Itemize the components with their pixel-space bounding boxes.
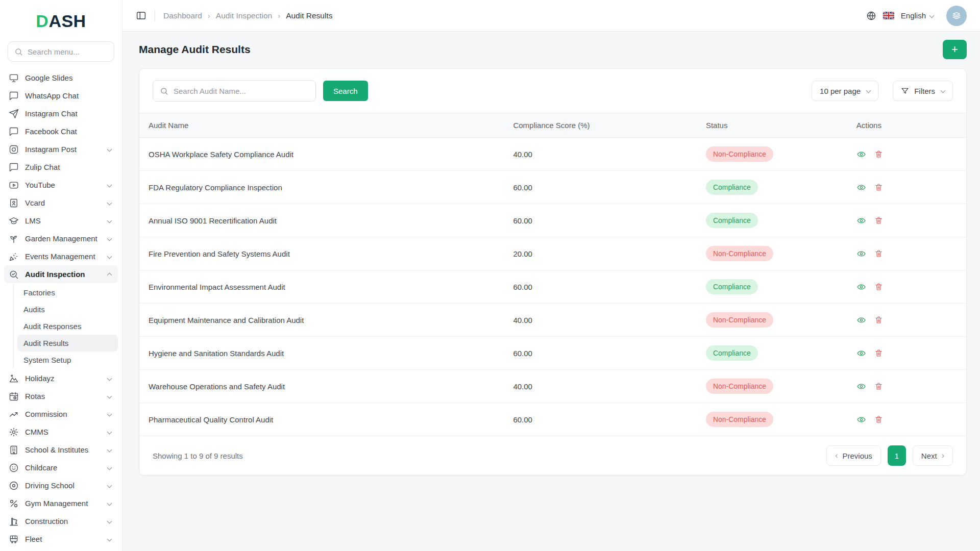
id-card-icon [9, 198, 19, 208]
calendar-clock-icon [9, 391, 19, 402]
delete-button[interactable] [874, 315, 883, 324]
sidebar-item-vcard[interactable]: Vcard [4, 194, 118, 212]
chevron-down-icon [929, 13, 935, 18]
sidebar-item-google-slides[interactable]: Google Slides [4, 69, 118, 87]
next-page-button[interactable]: Next › [913, 445, 953, 466]
paper-plane-icon [9, 109, 19, 119]
page-number-button[interactable]: 1 [888, 445, 906, 466]
sidebar-item-fleet[interactable]: Fleet [4, 530, 118, 548]
chat-bubble-icon [9, 162, 19, 172]
cell-status: Non-Compliance [697, 403, 847, 436]
sidebar-item-zulip-chat[interactable]: Zulip Chat [4, 158, 118, 176]
view-button[interactable] [856, 382, 866, 391]
cell-compliance-score: 60.00 [504, 403, 696, 436]
cell-audit-name: OSHA Workplace Safety Compliance Audit [139, 138, 504, 171]
delete-button[interactable] [874, 348, 883, 358]
language-selector[interactable]: English [901, 11, 936, 20]
delete-button[interactable] [874, 249, 883, 258]
search-button[interactable]: Search [323, 81, 368, 101]
delete-button[interactable] [874, 183, 883, 192]
sidebar-item-whatsapp-chat[interactable]: WhatsApp Chat [4, 87, 118, 105]
delete-button[interactable] [874, 282, 883, 291]
sidebar-item-driving-school[interactable]: Driving School [4, 477, 118, 494]
target-icon [9, 481, 19, 491]
view-button[interactable] [856, 415, 866, 424]
filters-button[interactable]: Filters [893, 81, 953, 101]
trash-icon [874, 415, 883, 424]
sidebar-item-label: Zulip Chat [25, 163, 113, 171]
status-badge: Non-Compliance [706, 246, 773, 261]
sidebar-subitem-audits[interactable]: Audits [17, 301, 118, 318]
uk-flag-icon[interactable] [883, 12, 894, 19]
sidebar-item-lms[interactable]: LMS [4, 212, 118, 230]
delete-button[interactable] [874, 216, 883, 225]
breadcrumb-separator: › [278, 11, 280, 20]
view-button[interactable] [856, 249, 866, 259]
page-head: Manage Audit Results + [122, 32, 980, 67]
camera-icon [9, 144, 19, 155]
sidebar-item-instagram-chat[interactable]: Instagram Chat [4, 105, 118, 122]
sidebar-item-youtube[interactable]: YouTube [4, 176, 118, 194]
chevron-up-icon [107, 273, 112, 278]
view-button[interactable] [856, 315, 866, 325]
chevron-left-icon: ‹ [835, 451, 838, 460]
cell-actions [847, 171, 966, 204]
breadcrumb-dashboard[interactable]: Dashboard [163, 11, 202, 20]
topbar-divider [155, 10, 155, 21]
chat-bubble-icon [9, 91, 19, 101]
globe-icon[interactable] [866, 11, 876, 21]
per-page-select[interactable]: 10 per page [812, 81, 878, 101]
sidebar-item-holidayz[interactable]: Holidayz [4, 369, 118, 387]
sidebar-item-audit-inspection[interactable]: Audit Inspection [4, 265, 118, 283]
eye-icon [856, 348, 866, 358]
sidebar-item-instagram-post[interactable]: Instagram Post [4, 140, 118, 158]
sidebar-item-events-management[interactable]: Events Management [4, 247, 118, 265]
breadcrumb-audit-results: Audit Results [286, 11, 332, 20]
gear-icon [9, 427, 19, 437]
sidebar-item-garden-management[interactable]: Garden Management [4, 230, 118, 247]
view-button[interactable] [856, 348, 866, 358]
eye-icon [856, 282, 866, 292]
delete-button[interactable] [874, 382, 883, 391]
cell-compliance-score: 40.00 [504, 138, 696, 171]
chevron-right-icon: › [942, 451, 944, 460]
sidebar-subitem-system-setup[interactable]: System Setup [17, 352, 118, 368]
sidebar-subitem-factories[interactable]: Factories [17, 284, 118, 301]
chevron-down-icon [107, 376, 112, 381]
sidebar-item-construction[interactable]: Construction [4, 512, 118, 530]
sidebar-toggle-icon[interactable] [136, 10, 146, 21]
brand-logo[interactable]: DASH [0, 0, 122, 36]
sidebar-item-facebook-chat[interactable]: Facebook Chat [4, 122, 118, 140]
view-button[interactable] [856, 149, 866, 159]
sidebar-item-label: Facebook Chat [25, 127, 113, 136]
dumbbell-icon [9, 498, 19, 509]
sidebar-search-input[interactable] [28, 47, 108, 56]
delete-button[interactable] [874, 149, 883, 159]
cell-status: Non-Compliance [697, 237, 847, 270]
chevron-down-icon [107, 147, 112, 152]
chevron-down-icon [107, 412, 112, 417]
sidebar-subitem-label: Factories [23, 288, 55, 297]
view-button[interactable] [856, 216, 866, 226]
add-button[interactable]: + [943, 40, 967, 59]
breadcrumb-audit-inspection[interactable]: Audit Inspection [216, 11, 272, 20]
sidebar-subitem-audit-results[interactable]: Audit Results [17, 335, 118, 352]
sidebar-item-childcare[interactable]: Childcare [4, 459, 118, 477]
sidebar-item-gym-management[interactable]: Gym Management [4, 494, 118, 512]
sidebar-subitem-audit-responses[interactable]: Audit Responses [17, 318, 118, 335]
delete-button[interactable] [874, 415, 883, 424]
search-icon [14, 47, 23, 56]
eye-icon [856, 183, 866, 192]
avatar[interactable] [946, 6, 967, 26]
sidebar-item-school-institutes[interactable]: School & Institutes [4, 441, 118, 459]
audit-search-input[interactable] [174, 87, 309, 95]
view-button[interactable] [856, 183, 866, 192]
content-card: Search 10 per page Filters Audi [139, 68, 967, 475]
sidebar-item-label: WhatsApp Chat [25, 91, 113, 100]
view-button[interactable] [856, 282, 866, 292]
previous-page-button[interactable]: ‹ Previous [826, 445, 881, 466]
sidebar-item-rotas[interactable]: Rotas [4, 387, 118, 405]
sidebar-item-commission[interactable]: Commission [4, 405, 118, 423]
sidebar-item-cmms[interactable]: CMMS [4, 423, 118, 441]
sidebar-item-label: School & Institutes [25, 445, 102, 454]
